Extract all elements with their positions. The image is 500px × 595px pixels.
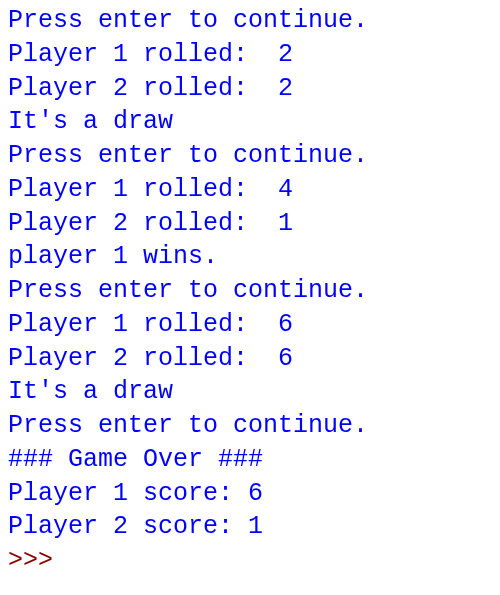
output-line: Press enter to continue.	[8, 4, 492, 38]
output-line: Player 1 rolled: 6	[8, 308, 492, 342]
output-line: It's a draw	[8, 375, 492, 409]
output-line: Press enter to continue.	[8, 274, 492, 308]
output-line: Player 1 rolled: 4	[8, 173, 492, 207]
console-output: Press enter to continue.Player 1 rolled:…	[8, 4, 492, 544]
output-line: Press enter to continue.	[8, 139, 492, 173]
output-line: Player 2 rolled: 6	[8, 342, 492, 376]
output-line: Player 1 rolled: 2	[8, 38, 492, 72]
output-line: Player 2 rolled: 1	[8, 207, 492, 241]
output-line: Player 1 score: 6	[8, 477, 492, 511]
output-line: Player 2 score: 1	[8, 510, 492, 544]
output-line: Player 2 rolled: 2	[8, 72, 492, 106]
output-line: Press enter to continue.	[8, 409, 492, 443]
output-line: It's a draw	[8, 105, 492, 139]
output-line: ### Game Over ###	[8, 443, 492, 477]
prompt-indicator[interactable]: >>>	[8, 546, 68, 575]
output-line: player 1 wins.	[8, 240, 492, 274]
